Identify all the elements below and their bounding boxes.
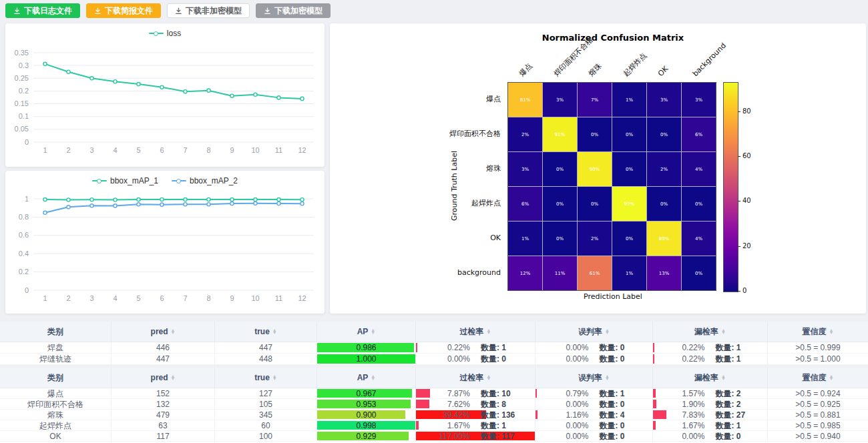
sort-caret-icon[interactable]: ▲▼ xyxy=(371,375,375,381)
column-header-wu[interactable]: 误判率▲▼ xyxy=(535,322,653,342)
column-header-ap[interactable]: AP▲▼ xyxy=(317,368,416,388)
cell-wu: 0.00%数量: 0 xyxy=(535,399,653,410)
download-encrypted-model-button[interactable]: 下载加密模型 xyxy=(256,3,331,18)
svg-text:0: 0 xyxy=(25,286,29,294)
svg-text:9: 9 xyxy=(230,146,234,154)
cell-guo: 7.87%数量: 10 xyxy=(416,388,535,399)
column-header-conf[interactable]: 置信度▲▼ xyxy=(768,368,868,388)
column-header-guo[interactable]: 过检率▲▼ xyxy=(416,322,535,342)
column-header-true[interactable]: true▲▼ xyxy=(215,322,317,342)
cell-guo: 1.67%数量: 1 xyxy=(416,420,535,431)
svg-text:1: 1 xyxy=(43,294,47,302)
matrix-cell: 0% xyxy=(578,117,612,151)
svg-text:0.25: 0.25 xyxy=(15,74,29,82)
column-header-label: 过检率 xyxy=(459,326,483,338)
column-header-ap[interactable]: AP▲▼ xyxy=(317,322,416,342)
matrix-cell: 0% xyxy=(543,152,577,186)
download-icon xyxy=(175,7,182,15)
matrix-cell: 0% xyxy=(682,256,716,290)
cell-wu: 0.79%数量: 1 xyxy=(535,388,653,399)
ap-value: 1.000 xyxy=(356,355,376,363)
cell-pred: 479 xyxy=(112,410,215,420)
column-header-guo[interactable]: 过检率▲▼ xyxy=(416,368,535,388)
cell-conf: >0.5 = 0.881 xyxy=(768,410,868,420)
sort-caret-icon[interactable]: ▲▼ xyxy=(171,329,176,335)
matrix-cell: 81% xyxy=(508,83,542,117)
cell-wu: 0.00%数量: 0 xyxy=(535,420,653,431)
cell-true: 127 xyxy=(215,388,317,399)
cell-cat: 起焊炸点 xyxy=(0,420,112,431)
sort-caret-icon[interactable]: ▲▼ xyxy=(721,329,726,335)
matrix-cell: 0% xyxy=(682,187,716,221)
sort-caret-icon[interactable]: ▲▼ xyxy=(605,329,610,335)
sort-caret-icon[interactable]: ▲▼ xyxy=(171,375,176,381)
cell-lou: 0.00%数量: 0 xyxy=(653,431,768,442)
column-header-label: true xyxy=(254,327,270,336)
matrix-row-label: background xyxy=(330,268,501,278)
column-header-lou[interactable]: 漏检率▲▼ xyxy=(653,322,768,342)
rate-percent: 7.83% xyxy=(653,411,705,419)
rate-percent: 0.00% xyxy=(653,432,705,440)
confusion-matrix-xlabel: Prediction Label xyxy=(507,292,718,301)
rate-percent: 1.57% xyxy=(653,390,705,398)
cell-conf: >0.5 = 0.940 xyxy=(768,431,868,442)
cell-lou: 0.22%数量: 1 xyxy=(653,342,768,354)
sort-caret-icon[interactable]: ▲▼ xyxy=(272,375,277,381)
svg-text:8: 8 xyxy=(206,146,210,154)
rate-percent: 0.79% xyxy=(535,390,589,398)
cell-true: 105 xyxy=(215,399,317,410)
confusion-matrix-card: Normalized Confusion Matrix 爆点焊印面积不合格熔珠起… xyxy=(330,23,866,314)
rate-percent: 1.16% xyxy=(535,411,589,419)
matrix-cell: 3% xyxy=(647,83,681,117)
confusion-matrix-heatmap: 81%3%7%1%3%3%2%91%0%0%0%6%3%0%90%0%2%4%6… xyxy=(507,82,716,291)
sort-caret-icon[interactable]: ▲▼ xyxy=(371,329,375,335)
sort-caret-icon[interactable]: ▲▼ xyxy=(605,375,610,381)
matrix-row-label: 熔珠 xyxy=(330,163,501,174)
sort-caret-icon[interactable]: ▲▼ xyxy=(272,329,277,335)
matrix-cell: 0% xyxy=(612,152,646,186)
column-header-label: 过检率 xyxy=(459,372,483,384)
matrix-cell: 1% xyxy=(612,83,646,117)
map-line-chart: 00.20.40.60.81123456789101112 xyxy=(5,171,324,314)
column-header-label: 误判率 xyxy=(578,326,602,338)
cell-ap: 1.000 xyxy=(317,354,416,365)
column-header-label: AP xyxy=(357,373,369,382)
matrix-cell: 0% xyxy=(647,117,681,151)
rate-count: 数量: 0 xyxy=(588,355,652,363)
download-report-button[interactable]: 下载简报文件 xyxy=(86,3,161,18)
sort-caret-icon[interactable]: ▲▼ xyxy=(721,375,726,381)
column-header-conf[interactable]: 置信度▲▼ xyxy=(768,322,868,342)
column-header-lou[interactable]: 漏检率▲▼ xyxy=(653,368,768,388)
colorbar-tick-mark xyxy=(738,201,740,201)
column-header-wu[interactable]: 误判率▲▼ xyxy=(535,368,653,388)
cell-guo: 0.22%数量: 1 xyxy=(416,342,535,354)
button-label: 下载加密模型 xyxy=(274,5,322,17)
column-header-pred[interactable]: pred▲▼ xyxy=(112,322,215,342)
training-dashboard: 下载日志文件下载简报文件下载非加密模型下载加密模型 loss 00.050.10… xyxy=(0,0,868,443)
rate-percent: 0.00% xyxy=(535,344,589,352)
column-header-label: AP xyxy=(357,327,369,336)
column-header-label: 类别 xyxy=(47,372,63,384)
svg-text:0.1: 0.1 xyxy=(19,112,29,120)
column-header-cat: 类别 xyxy=(0,322,112,342)
download-plain-model-button[interactable]: 下载非加密模型 xyxy=(167,3,250,18)
cell-true: 345 xyxy=(215,410,317,420)
colorbar-tick-mark xyxy=(738,291,740,292)
toolbar: 下载日志文件下载简报文件下载非加密模型下载加密模型 xyxy=(5,3,331,18)
matrix-cell: 0% xyxy=(578,187,612,221)
rate-percent: 7.87% xyxy=(416,390,470,398)
cell-wu: 0.00%数量: 0 xyxy=(535,431,653,442)
sort-caret-icon[interactable]: ▲▼ xyxy=(486,375,491,381)
colorbar-tick-mark xyxy=(738,246,740,247)
sort-caret-icon[interactable]: ▲▼ xyxy=(486,329,491,335)
sort-caret-icon[interactable]: ▲▼ xyxy=(829,329,833,335)
matrix-cell: 0% xyxy=(612,222,646,256)
download-log-button[interactable]: 下载日志文件 xyxy=(5,3,80,18)
svg-text:6: 6 xyxy=(160,294,164,302)
ap-value: 0.929 xyxy=(356,432,376,440)
cell-true: 100 xyxy=(215,431,317,442)
sort-caret-icon[interactable]: ▲▼ xyxy=(829,375,833,381)
column-header-pred[interactable]: pred▲▼ xyxy=(112,368,215,388)
matrix-cell: 4% xyxy=(682,152,716,186)
column-header-true[interactable]: true▲▼ xyxy=(215,368,317,388)
